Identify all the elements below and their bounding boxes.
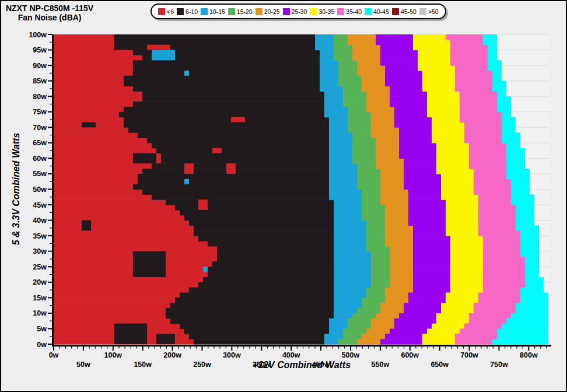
- x-tick-label: 300w: [223, 351, 241, 359]
- y-tick-label: 85w: [33, 77, 47, 85]
- y-tick-label: 95w: [33, 46, 47, 54]
- y-tick-label: 25w: [33, 263, 47, 271]
- y-tick-label: 55w: [33, 170, 47, 178]
- y-axis-title: 5 & 3.3V Combined Watts: [11, 113, 23, 265]
- x-tick-label: 200w: [163, 351, 181, 359]
- y-tick-label: 40w: [33, 216, 47, 225]
- y-tick-label: 70w: [33, 124, 47, 132]
- x-tick-label: 100w: [104, 351, 122, 359]
- y-tick-label: 0w: [37, 341, 47, 349]
- y-tick-label: 60w: [33, 155, 47, 163]
- y-tick-label: 45w: [33, 201, 47, 209]
- x-tick-label: 600w: [401, 351, 419, 359]
- chart-window: NZXT NP-C850M -115V Fan Noise (dBA) <66-…: [0, 0, 567, 392]
- y-tick-label: 90w: [33, 62, 47, 70]
- y-tick-label: 65w: [33, 139, 47, 147]
- y-tick-label: 35w: [33, 232, 47, 240]
- y-tick-label: 80w: [33, 93, 47, 101]
- x-tick-label: 50w: [76, 360, 90, 369]
- y-tick-label: 15w: [33, 294, 47, 302]
- x-tick-label: 150w: [134, 360, 152, 369]
- x-tick-label: 800w: [520, 351, 538, 359]
- x-tick-label: 400w: [282, 351, 300, 359]
- y-tick-label: 100w: [29, 31, 47, 39]
- x-tick-label: 700w: [460, 351, 478, 359]
- x-tick-label: 750w: [490, 360, 508, 369]
- y-tick-label: 50w: [33, 186, 47, 194]
- y-tick-label: 5w: [37, 325, 47, 333]
- x-tick-label: 0w: [49, 351, 59, 359]
- x-tick-label: 500w: [342, 351, 360, 359]
- x-tick-label: 250w: [193, 360, 211, 369]
- y-tick-label: 20w: [33, 278, 47, 286]
- x-tick-label: 650w: [430, 360, 449, 369]
- chart-canvas: 0w50w100w150w200w250w300w350w400w450w500…: [1, 1, 567, 392]
- y-tick-label: 30w: [33, 247, 47, 256]
- y-tick-label: 75w: [33, 108, 47, 116]
- x-axis-title: +12V Combined Watts: [214, 360, 389, 370]
- y-tick-label: 10w: [33, 309, 47, 317]
